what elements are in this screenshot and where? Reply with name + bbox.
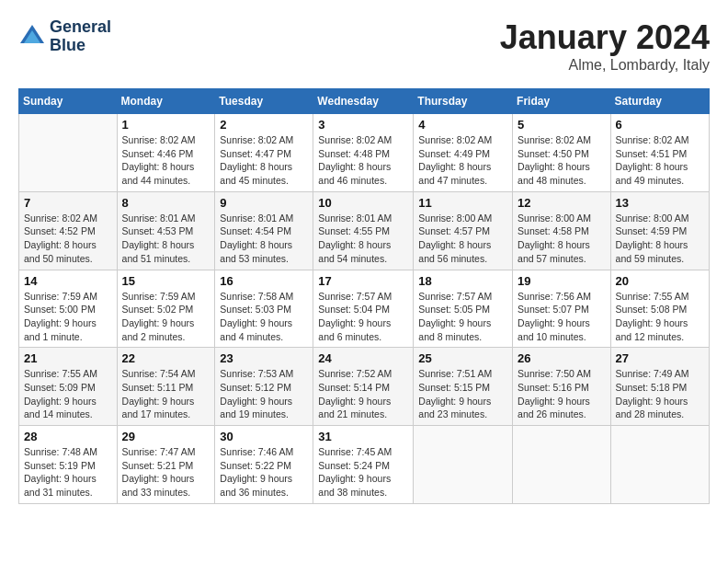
day-number: 23 xyxy=(220,351,308,365)
day-info: Sunrise: 7:49 AM Sunset: 5:18 PM Dayligh… xyxy=(616,367,704,421)
day-cell: 30Sunrise: 7:46 AM Sunset: 5:22 PM Dayli… xyxy=(215,426,313,504)
header-row: SundayMondayTuesdayWednesdayThursdayFrid… xyxy=(19,89,710,114)
day-number: 4 xyxy=(418,118,507,132)
day-info: Sunrise: 8:02 AM Sunset: 4:50 PM Dayligh… xyxy=(518,133,606,188)
day-info: Sunrise: 7:58 AM Sunset: 5:03 PM Dayligh… xyxy=(220,290,308,344)
day-number: 18 xyxy=(418,274,507,288)
day-cell: 31Sunrise: 7:45 AM Sunset: 5:24 PM Dayli… xyxy=(313,426,414,504)
day-cell: 5Sunrise: 8:02 AM Sunset: 4:50 PM Daylig… xyxy=(513,114,611,192)
week-row-2: 7Sunrise: 8:02 AM Sunset: 4:52 PM Daylig… xyxy=(19,191,710,270)
day-number: 12 xyxy=(518,196,606,210)
day-cell: 28Sunrise: 7:48 AM Sunset: 5:19 PM Dayli… xyxy=(19,426,118,504)
logo-icon xyxy=(18,23,46,51)
day-number: 29 xyxy=(122,430,210,443)
day-info: Sunrise: 7:55 AM Sunset: 5:09 PM Dayligh… xyxy=(24,367,112,421)
day-number: 26 xyxy=(518,351,606,365)
day-number: 17 xyxy=(318,274,408,288)
day-info: Sunrise: 7:45 AM Sunset: 5:24 PM Dayligh… xyxy=(318,445,408,500)
header-cell-thursday: Thursday xyxy=(414,89,513,114)
day-number: 15 xyxy=(122,274,210,288)
header-cell-monday: Monday xyxy=(117,89,215,114)
day-info: Sunrise: 7:55 AM Sunset: 5:08 PM Dayligh… xyxy=(616,290,704,344)
day-cell: 22Sunrise: 7:54 AM Sunset: 5:11 PM Dayli… xyxy=(117,348,215,426)
day-cell: 27Sunrise: 7:49 AM Sunset: 5:18 PM Dayli… xyxy=(610,348,709,426)
day-number: 31 xyxy=(318,430,408,443)
day-info: Sunrise: 8:02 AM Sunset: 4:49 PM Dayligh… xyxy=(418,133,507,188)
day-info: Sunrise: 8:02 AM Sunset: 4:46 PM Dayligh… xyxy=(122,133,210,188)
logo-text: General Blue xyxy=(50,18,111,55)
day-info: Sunrise: 7:47 AM Sunset: 5:21 PM Dayligh… xyxy=(122,445,210,500)
day-number: 30 xyxy=(220,430,308,443)
day-cell: 11Sunrise: 8:00 AM Sunset: 4:57 PM Dayli… xyxy=(414,191,513,270)
day-number: 27 xyxy=(616,351,704,365)
header-cell-tuesday: Tuesday xyxy=(215,89,313,114)
header-cell-friday: Friday xyxy=(513,89,611,114)
day-cell: 19Sunrise: 7:56 AM Sunset: 5:07 PM Dayli… xyxy=(513,270,611,348)
day-cell: 15Sunrise: 7:59 AM Sunset: 5:02 PM Dayli… xyxy=(117,270,215,348)
day-cell xyxy=(513,426,611,504)
day-cell: 12Sunrise: 8:00 AM Sunset: 4:58 PM Dayli… xyxy=(513,191,611,270)
day-cell xyxy=(414,426,513,504)
day-number: 20 xyxy=(616,274,704,288)
day-cell xyxy=(19,114,118,192)
day-cell: 14Sunrise: 7:59 AM Sunset: 5:00 PM Dayli… xyxy=(19,270,118,348)
header-cell-sunday: Sunday xyxy=(19,89,118,114)
sub-title: Alme, Lombardy, Italy xyxy=(500,57,710,74)
day-number: 22 xyxy=(122,351,210,365)
day-cell: 10Sunrise: 8:01 AM Sunset: 4:55 PM Dayli… xyxy=(313,191,414,270)
calendar-body: 1Sunrise: 8:02 AM Sunset: 4:46 PM Daylig… xyxy=(19,114,710,504)
day-info: Sunrise: 7:50 AM Sunset: 5:16 PM Dayligh… xyxy=(518,367,606,421)
week-row-1: 1Sunrise: 8:02 AM Sunset: 4:46 PM Daylig… xyxy=(19,114,710,192)
week-row-4: 21Sunrise: 7:55 AM Sunset: 5:09 PM Dayli… xyxy=(19,348,710,426)
main-title: January 2024 xyxy=(500,18,710,57)
day-cell: 29Sunrise: 7:47 AM Sunset: 5:21 PM Dayli… xyxy=(117,426,215,504)
day-number: 28 xyxy=(24,430,112,443)
day-info: Sunrise: 8:00 AM Sunset: 4:58 PM Dayligh… xyxy=(518,212,606,266)
day-number: 11 xyxy=(418,196,507,210)
day-number: 14 xyxy=(24,274,112,288)
day-number: 24 xyxy=(318,351,408,365)
logo-line1: General xyxy=(50,18,111,37)
day-info: Sunrise: 7:46 AM Sunset: 5:22 PM Dayligh… xyxy=(220,445,308,500)
day-info: Sunrise: 7:57 AM Sunset: 5:04 PM Dayligh… xyxy=(318,290,408,344)
day-cell: 2Sunrise: 8:02 AM Sunset: 4:47 PM Daylig… xyxy=(215,114,313,192)
day-info: Sunrise: 8:00 AM Sunset: 4:57 PM Dayligh… xyxy=(418,212,507,266)
day-info: Sunrise: 7:56 AM Sunset: 5:07 PM Dayligh… xyxy=(518,290,606,344)
day-info: Sunrise: 8:02 AM Sunset: 4:52 PM Dayligh… xyxy=(24,212,112,266)
header-cell-saturday: Saturday xyxy=(610,89,709,114)
day-cell: 16Sunrise: 7:58 AM Sunset: 5:03 PM Dayli… xyxy=(215,270,313,348)
day-cell: 21Sunrise: 7:55 AM Sunset: 5:09 PM Dayli… xyxy=(19,348,118,426)
day-number: 9 xyxy=(220,196,308,210)
day-cell: 1Sunrise: 8:02 AM Sunset: 4:46 PM Daylig… xyxy=(117,114,215,192)
day-info: Sunrise: 7:48 AM Sunset: 5:19 PM Dayligh… xyxy=(24,445,112,500)
day-info: Sunrise: 8:02 AM Sunset: 4:47 PM Dayligh… xyxy=(220,133,308,188)
day-cell xyxy=(610,426,709,504)
day-number: 1 xyxy=(122,118,210,132)
day-cell: 9Sunrise: 8:01 AM Sunset: 4:54 PM Daylig… xyxy=(215,191,313,270)
calendar-table: SundayMondayTuesdayWednesdayThursdayFrid… xyxy=(18,88,710,504)
day-info: Sunrise: 8:02 AM Sunset: 4:48 PM Dayligh… xyxy=(318,133,408,188)
day-info: Sunrise: 8:01 AM Sunset: 4:54 PM Dayligh… xyxy=(220,212,308,266)
day-number: 16 xyxy=(220,274,308,288)
day-number: 10 xyxy=(318,196,408,210)
day-number: 6 xyxy=(616,118,704,132)
day-info: Sunrise: 7:59 AM Sunset: 5:02 PM Dayligh… xyxy=(122,290,210,344)
calendar-header: SundayMondayTuesdayWednesdayThursdayFrid… xyxy=(19,89,710,114)
day-cell: 17Sunrise: 7:57 AM Sunset: 5:04 PM Dayli… xyxy=(313,270,414,348)
day-cell: 20Sunrise: 7:55 AM Sunset: 5:08 PM Dayli… xyxy=(610,270,709,348)
day-number: 19 xyxy=(518,274,606,288)
day-cell: 7Sunrise: 8:02 AM Sunset: 4:52 PM Daylig… xyxy=(19,191,118,270)
day-cell: 4Sunrise: 8:02 AM Sunset: 4:49 PM Daylig… xyxy=(414,114,513,192)
day-cell: 18Sunrise: 7:57 AM Sunset: 5:05 PM Dayli… xyxy=(414,270,513,348)
day-info: Sunrise: 7:53 AM Sunset: 5:12 PM Dayligh… xyxy=(220,367,308,421)
day-number: 13 xyxy=(616,196,704,210)
day-number: 25 xyxy=(418,351,507,365)
day-info: Sunrise: 7:59 AM Sunset: 5:00 PM Dayligh… xyxy=(24,290,112,344)
day-info: Sunrise: 8:01 AM Sunset: 4:55 PM Dayligh… xyxy=(318,212,408,266)
header-cell-wednesday: Wednesday xyxy=(313,89,414,114)
day-info: Sunrise: 7:57 AM Sunset: 5:05 PM Dayligh… xyxy=(418,290,507,344)
title-block: January 2024 Alme, Lombardy, Italy xyxy=(500,18,710,74)
week-row-3: 14Sunrise: 7:59 AM Sunset: 5:00 PM Dayli… xyxy=(19,270,710,348)
day-number: 8 xyxy=(122,196,210,210)
day-number: 5 xyxy=(518,118,606,132)
